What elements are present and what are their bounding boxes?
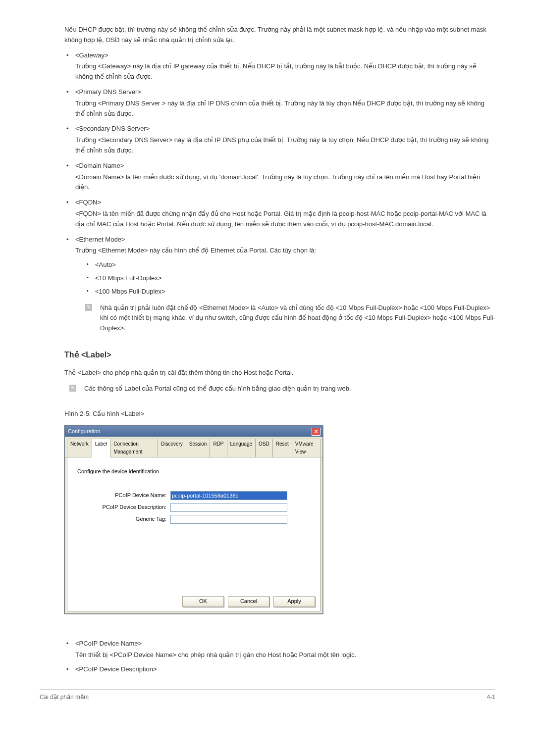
item-desc: Trường <Gateway> này là địa chỉ IP gatew… xyxy=(75,61,495,82)
footer-left: Cài đặt phần mềm xyxy=(40,693,89,702)
tab-rdp[interactable]: RDP xyxy=(210,439,227,457)
cancel-button[interactable]: Cancel xyxy=(228,596,269,607)
note-icon: ✎ xyxy=(85,304,92,311)
ethernet-options: <Auto> <10 Mbps Full-Duplex> <100 Mbps F… xyxy=(75,260,495,297)
tab-discovery[interactable]: Discovery xyxy=(158,439,186,457)
tab-language[interactable]: Language xyxy=(227,439,256,457)
tab-osd[interactable]: OSD xyxy=(255,439,273,457)
item-title: <Gateway> xyxy=(75,50,495,61)
tab-session[interactable]: Session xyxy=(186,439,211,457)
note-icon: ✎ xyxy=(69,385,76,392)
item-title: <Secondary DNS Server> xyxy=(75,124,495,134)
close-icon[interactable]: ✕ xyxy=(312,428,321,436)
item-title: <PCoIP Device Description> xyxy=(75,664,495,675)
note-text: Nhà quản trị phải luôn đặt chế độ <Ether… xyxy=(100,304,495,332)
dialog-titlebar: Configuration ✕ xyxy=(65,426,322,437)
label-note: ✎ Các thông số Label của Portal cũng có … xyxy=(64,384,495,394)
item-desc: Trường <Primary DNS Server > này là địa … xyxy=(75,99,495,119)
ethernet-option: <Auto> xyxy=(85,260,495,270)
tab-reset[interactable]: Reset xyxy=(272,439,292,457)
ethernet-option: <10 Mbps Full-Duplex> xyxy=(85,273,495,284)
field-label-device-description: PCoIP Device Description: xyxy=(77,503,170,512)
configuration-dialog: Configuration ✕ Network Label Connection… xyxy=(64,425,323,614)
tab-label[interactable]: Label xyxy=(92,439,110,457)
field-label-generic-tag: Generic Tag: xyxy=(77,515,170,524)
apply-button[interactable]: Apply xyxy=(273,596,315,607)
item-desc: Trường <Secondary DNS Server> này là địa… xyxy=(75,135,495,156)
generic-tag-input[interactable] xyxy=(170,515,287,524)
page-footer: Cài đặt phần mềm 4-1 xyxy=(40,689,495,702)
field-label-device-name: PCoIP Device Name: xyxy=(77,491,170,500)
item-desc: Tên thiết bị <PCoIP Device Name> cho phé… xyxy=(75,650,495,660)
item-title: <Primary DNS Server> xyxy=(75,87,495,98)
item-title: <Domain Name> xyxy=(75,161,495,171)
note-text: Các thông số Label của Portal cũng có th… xyxy=(84,385,351,392)
figure-caption: Hình 2-5: Cấu hình <Label> xyxy=(64,409,495,419)
item-desc: <Domain Name> là tên miền được sử dụng, … xyxy=(75,172,495,193)
dialog-buttons: OK Cancel Apply xyxy=(182,596,315,607)
tab-network[interactable]: Network xyxy=(67,439,92,457)
section-heading-label: Thẻ <Label> xyxy=(64,349,495,361)
panel-heading: Configure the device identification xyxy=(77,467,310,476)
device-description-input[interactable] xyxy=(170,503,287,512)
item-desc: Trường <Ethernet Mode> này cấu hình chế … xyxy=(75,246,495,256)
bottom-definition-list: <PCoIP Device Name> Tên thiết bị <PCoIP … xyxy=(64,639,495,674)
tab-vmware-view[interactable]: VMware View xyxy=(292,439,321,457)
tab-connection-management[interactable]: Connection Management xyxy=(110,439,158,457)
definition-list: <Gateway> Trường <Gateway> này là địa ch… xyxy=(64,50,495,334)
ethernet-note: ✎ Nhà quản trị phải luôn đặt chế độ <Eth… xyxy=(85,303,495,334)
tab-panel: Configure the device identification PCoI… xyxy=(67,457,321,611)
tab-row: Network Label Connection Management Disc… xyxy=(65,437,322,457)
ethernet-option: <100 Mbps Full-Duplex> xyxy=(85,287,495,297)
footer-right: 4-1 xyxy=(487,693,495,702)
section-intro: Thẻ <Label> cho phép nhà quản trị cài đặ… xyxy=(64,368,495,378)
item-title: <FQDN> xyxy=(75,198,495,208)
ok-button[interactable]: OK xyxy=(182,596,224,607)
device-name-input[interactable]: pcoip-portal-101558a0138c xyxy=(170,491,287,500)
dialog-title: Configuration xyxy=(68,427,100,436)
item-desc: <FQDN> là tên miền đã được chứng nhận đầ… xyxy=(75,209,495,230)
item-title: <Ethernet Mode> xyxy=(75,235,495,245)
intro-paragraph: Nếu DHCP được bật, thì trường này sẽ khô… xyxy=(64,25,495,46)
item-title: <PCoIP Device Name> xyxy=(75,639,495,649)
